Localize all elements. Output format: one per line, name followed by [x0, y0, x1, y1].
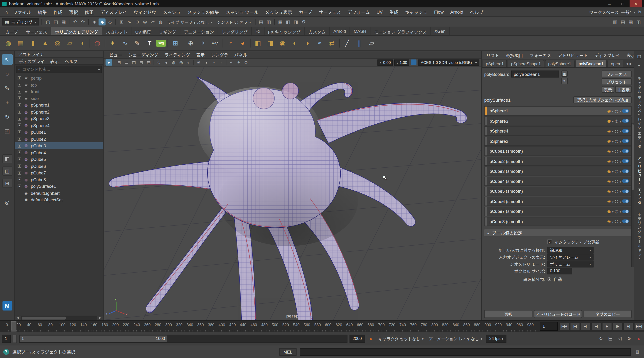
interactive-update-checkbox[interactable]	[548, 239, 552, 244]
shading-mode-icon[interactable]: ◉	[607, 139, 611, 143]
snap-to-view-plane-icon[interactable]: ▱	[149, 18, 156, 25]
menu-item[interactable]: カーブ	[296, 8, 315, 16]
snap-icon[interactable]: ⊙	[243, 59, 249, 66]
boolean-operation-icon[interactable]: ◎	[615, 109, 618, 113]
anti-alias-icon[interactable]: ≈	[218, 59, 224, 66]
panel-menu-item[interactable]: ライティング	[162, 52, 193, 58]
pin-panel-icon[interactable]: ▾	[636, 62, 642, 69]
open-scene-icon[interactable]: ◱	[52, 18, 59, 25]
outliner-menu-item[interactable]: 表示	[48, 58, 62, 64]
panel-menu-item[interactable]: 表示	[193, 52, 208, 58]
shading-mode-icon[interactable]: ◉	[607, 169, 611, 173]
animation-end-field[interactable]: 2000	[349, 335, 365, 343]
character-set-dropdown[interactable]: キャラクタ セットなし	[376, 336, 425, 342]
workspace-panel-icon[interactable]: ◫	[636, 53, 642, 59]
separator[interactable]	[168, 39, 168, 48]
chevron-down-icon[interactable]	[620, 189, 621, 194]
outliner-item[interactable]: ◍ pSphere1	[15, 102, 103, 108]
move-tool[interactable]: +	[2, 97, 13, 108]
node-tab[interactable]: pSphereShape1	[508, 60, 544, 67]
single-pane-layout-button[interactable]: ◧	[2, 154, 12, 164]
shading-mode-icon[interactable]: ◉	[607, 129, 611, 133]
fps-dropdown[interactable]: 24 fps	[486, 335, 506, 343]
magnifier-icon[interactable]: ◎	[2, 197, 12, 207]
go-to-start-button[interactable]: |◀◀	[559, 322, 569, 330]
animation-start-field[interactable]: 1	[2, 335, 10, 343]
lasso-select-tool[interactable]: ◌	[2, 69, 13, 79]
expand-icon[interactable]	[18, 96, 21, 100]
menu-item[interactable]: サーフェス	[316, 8, 344, 16]
chevron-down-icon[interactable]	[612, 199, 614, 204]
attribute-editor-scrollbar[interactable]	[631, 123, 634, 267]
expand-icon[interactable]	[18, 90, 21, 93]
xray-icon[interactable]: ◐	[185, 59, 192, 66]
footer-button[interactable]: アトリビュートのロード	[534, 310, 582, 318]
smooth-sculpt-icon[interactable]: ◕	[237, 37, 248, 49]
render-view-icon[interactable]: ▦	[277, 18, 284, 25]
save-scene-icon[interactable]: ▦	[60, 18, 67, 25]
attribute-editor-menu-item[interactable]: アトリビュート	[555, 52, 591, 58]
reorder-handle[interactable]	[484, 197, 487, 205]
enable-toggle[interactable]	[622, 199, 629, 203]
boolean-object-row[interactable]: pCube6 (smooth) ◉ ◎	[484, 197, 632, 206]
outliner-item[interactable]: ▰ side	[15, 95, 103, 102]
scroll-thumb[interactable]	[22, 317, 66, 319]
outliner-item[interactable]: ▰ front	[15, 88, 103, 95]
chevron-down-icon[interactable]	[612, 129, 614, 134]
setting-value[interactable]: ワイヤフレーム	[548, 254, 593, 260]
enable-toggle[interactable]	[622, 149, 629, 153]
animation-preferences-icon[interactable]: ⚙	[626, 335, 633, 342]
tab-scroll-left-icon[interactable]	[626, 62, 628, 66]
expand-icon[interactable]	[18, 151, 21, 154]
shelf-tab[interactable]: ポリゴンのモデリング	[51, 27, 102, 35]
separator[interactable]	[339, 39, 340, 48]
boolean-operation-icon[interactable]: ◎	[615, 189, 618, 193]
select-hierarchy-icon[interactable]: ◈	[91, 18, 98, 25]
boolean-object-row[interactable]: pCube4 (smooth) ◉ ◎	[484, 177, 632, 186]
separator[interactable]	[194, 60, 194, 65]
boolean-object-row[interactable]: pSphere3 ◉ ◎	[484, 116, 632, 126]
chevron-down-icon[interactable]	[612, 209, 614, 214]
outliner-item[interactable]: ◍ pCube4	[15, 149, 103, 156]
attribute-editor-menu-item[interactable]: リスト	[484, 52, 502, 58]
menu-item[interactable]: ヘルプ	[467, 8, 486, 16]
chevron-down-icon[interactable]	[620, 129, 621, 134]
shelf-tab[interactable]: モーション グラフィックス	[370, 27, 431, 35]
boolean-operation-icon[interactable]: ◎	[615, 179, 618, 183]
snap-to-projected-center-icon[interactable]: ◎	[141, 18, 148, 25]
reorder-handle[interactable]	[484, 157, 487, 165]
chevron-down-icon[interactable]	[620, 219, 621, 224]
exposure-field[interactable]: ◐ 0.00	[378, 59, 393, 65]
shelf-tab[interactable]: カーブ	[2, 27, 22, 35]
script-editor-icon[interactable]: ▦	[634, 349, 641, 355]
select-tool-context-icon[interactable]: ➤	[106, 59, 112, 66]
reorder-handle[interactable]	[484, 127, 487, 135]
enable-toggle[interactable]	[622, 119, 629, 123]
node-tab[interactable]: pSphere1	[482, 60, 507, 67]
poly-disc-icon[interactable]: ◖	[76, 37, 88, 49]
viewport-3d-view[interactable]: y x z	[104, 66, 481, 320]
outliner-item[interactable]: ◍ pCube5	[15, 156, 103, 163]
mel-command-input[interactable]	[300, 348, 631, 356]
menu-item[interactable]: メッシュ	[160, 8, 184, 16]
attribute-editor-menu-item[interactable]: 選択項目	[503, 52, 526, 58]
expand-icon[interactable]	[18, 164, 21, 168]
boolean-object-row[interactable]: pCube8 (smooth) ◉ ◎	[484, 217, 632, 226]
node-name-field[interactable]	[511, 70, 559, 77]
separator[interactable]	[114, 60, 114, 65]
outliner-item[interactable]: ◍ pCube1	[15, 129, 103, 136]
shaded-icon[interactable]: ●	[163, 59, 170, 66]
expand-icon[interactable]	[18, 76, 21, 80]
mute-sound-icon[interactable]: ◁	[616, 335, 624, 342]
enable-toggle[interactable]	[622, 129, 629, 133]
menu-item[interactable]: 編集	[35, 8, 50, 16]
separator[interactable]	[223, 39, 223, 48]
footer-button[interactable]: 選択	[484, 310, 532, 318]
quad-draw-icon[interactable]: ▱	[366, 37, 378, 49]
outliner-search[interactable]: ⌕	[16, 66, 102, 73]
mirror-icon[interactable]: ⇄	[326, 37, 338, 49]
render-settings-icon[interactable]: ⚙	[300, 18, 307, 25]
separator[interactable]	[226, 60, 226, 65]
expand-icon[interactable]	[18, 83, 21, 87]
tab-scroll-right-icon[interactable]	[630, 62, 632, 66]
